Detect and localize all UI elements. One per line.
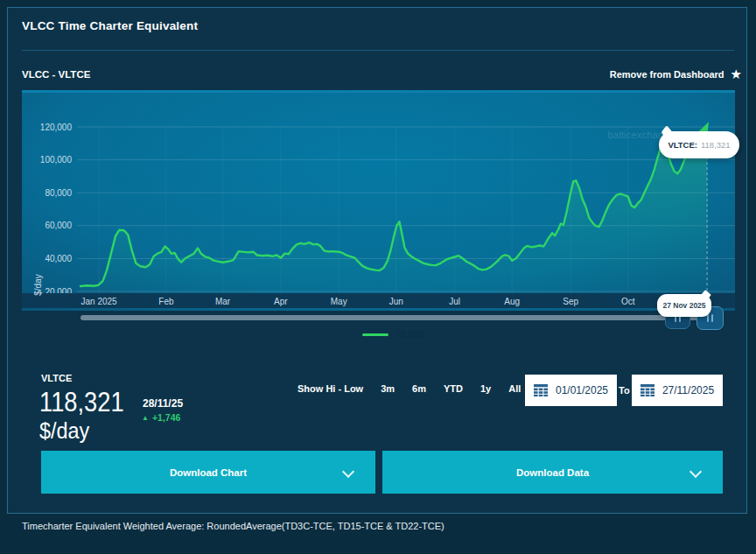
chart-scrollbar[interactable] (80, 315, 704, 320)
legend-series-label[interactable]: VLTCE (396, 330, 424, 340)
svg-text:Apr: Apr (274, 297, 288, 306)
date-from-input[interactable]: 01/01/2025 (525, 375, 617, 406)
range-3m-button[interactable]: 3m (381, 383, 395, 394)
calendar-icon (534, 384, 548, 396)
download-chart-button[interactable]: Download Chart (41, 451, 375, 494)
stat-unit: $/day (39, 417, 89, 445)
footer-formula-note: Timecharter Equivalent Weighted Average:… (22, 521, 444, 531)
date-to-value[interactable]: 27/11/2025 (662, 384, 714, 396)
chart-legend[interactable]: VLTCE (337, 330, 451, 340)
date-range-to-label: To (619, 385, 630, 396)
download-data-label: Download Data (516, 467, 589, 478)
title-divider (22, 50, 734, 51)
svg-text:Sep: Sep (563, 297, 578, 306)
svg-text:Aug: Aug (504, 297, 520, 306)
show-hi-low-toggle[interactable]: Show Hi - Low (298, 383, 363, 394)
change-up-icon: ▲ (142, 414, 149, 422)
svg-text:120,000: 120,000 (40, 123, 73, 132)
svg-text:100,000: 100,000 (40, 155, 73, 165)
svg-text:80,000: 80,000 (45, 188, 72, 198)
tooltip-value: 118,321 (701, 140, 731, 150)
download-data-button[interactable]: Download Data (382, 451, 723, 494)
svg-text:Mar: Mar (215, 297, 231, 306)
chart-area[interactable]: 20,00040,00060,00080,000100,000120,000Ja… (22, 90, 735, 311)
range-all-button[interactable]: All (508, 383, 521, 394)
svg-text:Oct: Oct (621, 297, 635, 306)
download-chart-label: Download Chart (170, 467, 247, 478)
svg-text:60,000: 60,000 (45, 221, 72, 230)
change-value: +1,746 (152, 412, 180, 423)
svg-text:Jan 2025: Jan 2025 (81, 297, 118, 306)
stat-date: 28/11/25 (143, 397, 183, 410)
y-axis-label: $/day (33, 215, 43, 355)
tce-line-chart[interactable]: 20,00040,00060,00080,000100,000120,000Ja… (22, 93, 735, 308)
range-controls: Show Hi - Low 3m 6m YTD 1y All (298, 383, 521, 394)
chevron-down-icon (690, 466, 702, 478)
range-6m-button[interactable]: 6m (412, 383, 426, 394)
favorite-star-icon[interactable]: ★ (731, 68, 742, 81)
chart-subtitle: VLCC - VLTCE (22, 69, 90, 80)
handle-grip-icon (711, 314, 713, 322)
tooltip-series-label: VLTCE: (668, 140, 697, 150)
svg-text:Jun: Jun (389, 297, 403, 306)
cursor-date-bubble: 27 Nov 2025 (657, 294, 711, 317)
date-from-value[interactable]: 01/01/2025 (556, 384, 608, 396)
range-1y-button[interactable]: 1y (480, 383, 491, 394)
stat-instrument: VLTCE (41, 373, 72, 383)
cursor-date-label: 27 Nov 2025 (662, 301, 705, 310)
legend-line-swatch (362, 333, 388, 336)
svg-text:40,000: 40,000 (45, 254, 72, 263)
svg-text:Jul: Jul (449, 297, 460, 306)
handle-grip-icon (707, 314, 709, 322)
remove-from-dashboard-button[interactable]: Remove from Dashboard ★ (610, 68, 742, 81)
stat-change: ▲ +1,746 (142, 412, 180, 423)
calendar-icon (640, 384, 654, 396)
stat-value: 118,321 (39, 387, 124, 418)
svg-text:Feb: Feb (158, 297, 174, 306)
chart-tooltip: VLTCE: 118,321 (659, 131, 739, 158)
range-ytd-button[interactable]: YTD (444, 383, 463, 394)
svg-text:May: May (331, 297, 347, 306)
chevron-down-icon (342, 466, 354, 478)
date-to-input[interactable]: 27/11/2025 (632, 375, 723, 406)
page-title: VLCC Time Charter Equivalent (22, 19, 198, 32)
remove-from-dashboard-label[interactable]: Remove from Dashboard (610, 69, 724, 80)
